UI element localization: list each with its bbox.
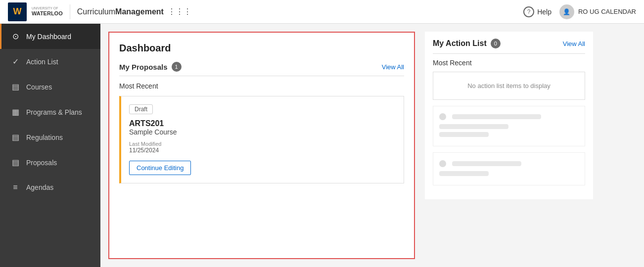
logo-area: W UNIVERSITY OF WATERLOO [8, 2, 63, 21]
sidebar-item-action-list[interactable]: ✓ Action List [0, 49, 100, 74]
content-area: Dashboard My Proposals 1 View All Most R… [100, 24, 644, 267]
proposals-most-recent-label: Most Recent [119, 82, 404, 90]
sidebar-label-agendas: Agendas [26, 183, 53, 191]
skeleton-sub [439, 124, 579, 137]
sidebar-label-proposals: Proposals [26, 159, 57, 167]
shield-icon: W [13, 6, 22, 17]
help-label: Help [537, 8, 552, 16]
help-button[interactable]: ? Help [523, 6, 552, 17]
sidebar-label-courses: Courses [26, 83, 52, 91]
sidebar-label-programs-plans: Programs & Plans [26, 108, 82, 116]
sidebar-item-regulations[interactable]: ▤ Regulations [0, 125, 100, 150]
courses-icon: ▤ [10, 82, 20, 91]
main-layout: ⊙ My Dashboard ✓ Action List ▤ Courses ▦… [0, 24, 644, 267]
proposals-count-badge: 1 [172, 62, 182, 72]
proposals-divider [119, 76, 404, 76]
sidebar-label-my-dashboard: My Dashboard [26, 33, 71, 41]
sidebar-item-proposals[interactable]: ▤ Proposals [0, 150, 100, 175]
nav-divider [70, 4, 70, 19]
dashboard-title: Dashboard [119, 43, 404, 54]
help-circle-icon: ? [523, 6, 534, 17]
dashboard-panel: Dashboard My Proposals 1 View All Most R… [108, 32, 415, 259]
user-avatar-icon: 👤 [559, 4, 574, 19]
dashboard-icon: ⊙ [10, 32, 20, 41]
app-title-bold: Management [115, 7, 164, 16]
logo-text: UNIVERSITY OF WATERLOO [32, 6, 63, 17]
skeleton-row-1 [433, 106, 585, 146]
skeleton-line-short [439, 132, 489, 137]
university-name: WATERLOO [32, 10, 63, 17]
proposals-header: My Proposals 1 View All [119, 62, 404, 72]
nav-right: ? Help 👤 RO UG CALENDAR [523, 4, 636, 19]
agendas-icon: ≡ [10, 183, 20, 192]
sidebar-item-agendas[interactable]: ≡ Agendas [0, 175, 100, 200]
sidebar-item-my-dashboard[interactable]: ⊙ My Dashboard [0, 24, 100, 49]
app-title: CurriculumManagement [77, 7, 164, 16]
action-list-header: My Action List 0 View All [433, 39, 585, 48]
skeleton-row-2 [433, 152, 585, 185]
proposals-view-all[interactable]: View All [382, 63, 404, 71]
action-content: No action list items to display [425, 72, 593, 199]
programs-icon: ▦ [10, 107, 20, 117]
user-name: RO UG CALENDAR [578, 8, 636, 15]
proposal-card: Draft ARTS201 Sample Course Last Modifie… [119, 96, 404, 183]
logo-shield: W [8, 2, 27, 21]
action-list-count-badge: 0 [491, 39, 501, 48]
course-name: Sample Course [129, 128, 396, 136]
action-list-view-all[interactable]: View All [563, 40, 585, 47]
sidebar: ⊙ My Dashboard ✓ Action List ▤ Courses ▦… [0, 24, 100, 267]
course-id: ARTS201 [129, 119, 396, 128]
sidebar-item-courses[interactable]: ▤ Courses [0, 74, 100, 99]
action-list-icon: ✓ [10, 57, 20, 66]
proposals-heading: My Proposals [119, 63, 168, 71]
action-list-panel: My Action List 0 View All Most Recent No… [425, 32, 593, 259]
action-list-title: My Action List [433, 39, 487, 48]
regulations-icon: ▤ [10, 133, 20, 142]
skeleton-line-2 [452, 161, 521, 166]
user-area[interactable]: 👤 RO UG CALENDAR [559, 4, 636, 19]
action-most-recent-label: Most Recent [433, 54, 585, 72]
draft-badge: Draft [129, 104, 153, 114]
top-navigation: W UNIVERSITY OF WATERLOO CurriculumManag… [0, 0, 644, 24]
last-modified-date: 11/25/2024 [129, 147, 396, 154]
app-title-plain: Curriculum [77, 7, 115, 16]
org-name: UNIVERSITY OF [32, 6, 63, 10]
skeleton-circle-icon [439, 113, 446, 120]
skeleton-circle-icon-2 [439, 160, 446, 167]
skeleton-sub-2 [439, 171, 579, 176]
sidebar-label-action-list: Action List [26, 58, 58, 66]
skeleton-line-med [439, 124, 508, 129]
sidebar-item-programs-plans[interactable]: ▦ Programs & Plans [0, 99, 100, 125]
sidebar-label-regulations: Regulations [26, 134, 63, 141]
no-action-items-message: No action list items to display [433, 72, 585, 100]
skeleton-line [452, 114, 541, 119]
proposals-icon: ▤ [10, 158, 20, 167]
skeleton-line-short-2 [439, 171, 489, 176]
grid-icon[interactable]: ⋮⋮⋮ [168, 7, 191, 16]
continue-editing-button[interactable]: Continue Editing [129, 161, 191, 175]
last-modified-label: Last Modified [129, 141, 396, 147]
